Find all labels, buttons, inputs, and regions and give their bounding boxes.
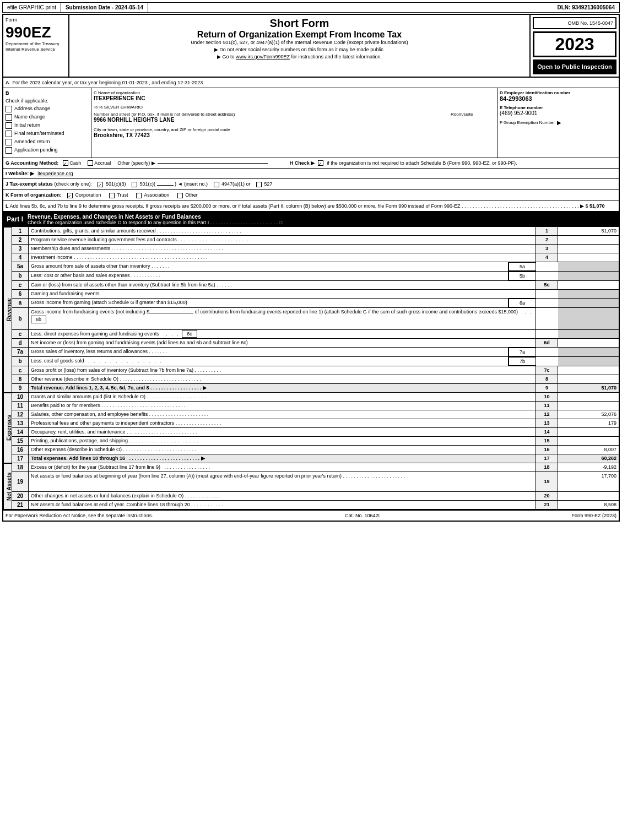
org-name-label: C Name of organization [94, 90, 495, 95]
line-18-desc: Excess or (deficit) for the year (Subtra… [29, 463, 536, 472]
trust-checkbox[interactable] [109, 193, 115, 198]
4947-checkbox[interactable] [214, 182, 219, 187]
line-5a-value [558, 262, 619, 271]
line-6-ref [536, 290, 558, 298]
line-10-num: 10 [12, 393, 29, 401]
line-12-row: 12 Salaries, other compensation, and emp… [12, 410, 619, 419]
line-18-value: -9,192 [558, 463, 619, 472]
revenue-content: 1 Contributions, gifts, grants, and simi… [12, 227, 619, 393]
line-l-text: Add lines 5b, 6c, and 7b to line 9 to de… [10, 203, 461, 209]
form-header: Form 990EZ Department of the Treasury In… [3, 15, 619, 78]
h-label: H Check ▶ [290, 160, 315, 166]
line-7a-ref [536, 348, 558, 356]
association-checkbox[interactable] [136, 193, 142, 198]
website-url[interactable]: itexperience.org [37, 171, 73, 176]
form-number-section: Form 990EZ Department of the Treasury In… [3, 15, 69, 77]
accrual-label: Accrual [94, 160, 111, 166]
other-label: Other (specify) ▶ [117, 160, 155, 166]
initial-return-checkbox[interactable] [6, 122, 12, 129]
line-6d-desc: Net income or (loss) from gaming and fun… [29, 339, 536, 347]
corporation-checkbox[interactable] [67, 193, 73, 198]
line-3-row: 3 Membership dues and assessments . . . … [12, 245, 619, 253]
form-ref: Form 990-EZ (2023) [571, 513, 616, 518]
line-6d-value [558, 339, 619, 347]
section-a: A For the 2023 calendar year, or tax yea… [3, 78, 619, 88]
accrual-checkbox[interactable] [88, 160, 93, 166]
section-a-label: A [6, 80, 9, 85]
form-k-row: K Form of organization: Corporation Trus… [3, 190, 619, 201]
line-6-desc: Gaming and fundraising events [29, 290, 536, 298]
line-5b-refbox: 5b [509, 272, 536, 280]
line-5b-row: b Less: cost or other basis and sales ex… [12, 272, 619, 281]
line-5c-value [558, 281, 619, 289]
check-label-text: Check if applicable: [6, 98, 89, 104]
line-14-ref: 14 [536, 428, 558, 436]
line-19-num: 19 [12, 472, 29, 491]
line-19-row: 19 Net assets or fund balances at beginn… [12, 472, 619, 492]
phone-value: (469) 952-9001 [500, 110, 616, 116]
city-col: City or town, state or province, country… [94, 127, 495, 138]
line-20-desc: Other changes in net assets or fund bala… [29, 492, 536, 500]
application-pending-checkbox[interactable] [6, 147, 12, 154]
527-checkbox[interactable] [256, 182, 262, 187]
final-return-label: Final return/terminated [14, 131, 64, 136]
final-return-checkbox[interactable] [6, 131, 12, 137]
line-1-ref: 1 [536, 227, 558, 235]
line-12-num: 12 [12, 410, 29, 419]
website-row: I Website: ▶ itexperience.org [3, 169, 619, 179]
line-13-num: 13 [12, 419, 29, 427]
city-value: Brookshire, TX 77423 [94, 132, 495, 138]
care-of-label: % % SILVER EHIWARIO [94, 105, 495, 110]
line-19-value: 17,700 [558, 472, 619, 491]
amended-return-checkbox[interactable] [6, 139, 12, 145]
year-box: 2023 [533, 31, 616, 57]
revenue-side-label: Revenue [3, 227, 12, 393]
line-11-desc: Benefits paid to or for members . . . . … [29, 402, 536, 410]
line-16-num: 16 [12, 446, 29, 454]
line-6a-row: a Gross income from gaming (attach Sched… [12, 299, 619, 308]
line-17-desc: Total expenses. Add lines 10 through 16 … [29, 454, 536, 463]
line-7b-refbox: 7b [509, 357, 536, 366]
line-3-desc: Membership dues and assessments . . . . … [29, 245, 536, 253]
h-text: if the organization is not required to a… [327, 160, 517, 166]
org-name-value: ITEXPERIENCE INC [94, 95, 495, 101]
line-3-ref: 3 [536, 245, 558, 253]
line-17-value: 60,262 [558, 454, 619, 463]
line-21-desc: Net assets or fund balances at end of ye… [29, 501, 536, 509]
501c3-checkbox[interactable] [98, 182, 103, 187]
line-19-ref: 19 [536, 472, 558, 491]
line-7c-desc: Gross profit or (loss) from sales of inv… [29, 366, 536, 375]
h-checkbox[interactable] [318, 160, 323, 166]
line-6c-num: c [12, 330, 29, 338]
501c-checkbox[interactable] [132, 182, 137, 187]
4947-label: 4947(a)(1) or [221, 181, 251, 187]
name-change-checkbox[interactable] [6, 114, 12, 121]
main-title: Return of Organization Exempt From Incom… [72, 30, 527, 40]
line-13-value: 179 [558, 419, 619, 427]
footer: For Paperwork Reduction Act Notice, see … [3, 510, 619, 521]
submission-date: Submission Date - 2024-05-14 [61, 3, 148, 12]
line-7c-num: c [12, 366, 29, 375]
line-6-num: 6 [12, 290, 29, 298]
check-item-amended: Amended return [6, 139, 89, 145]
address-value: 9966 NORHILL HEIGHTS LANE [94, 117, 446, 123]
line-10-desc: Grants and similar amounts paid (list in… [29, 393, 536, 401]
line-4-ref: 4 [536, 253, 558, 262]
address-change-checkbox[interactable] [6, 106, 12, 112]
open-to-public-box: Open to Public Inspection [533, 59, 616, 74]
cat-no: Cat. No. 10642I [345, 513, 380, 518]
line-4-desc: Investment income . . . . . . . . . . . … [29, 253, 536, 262]
line-16-value: 8,007 [558, 446, 619, 454]
phone-label: E Telephone number [500, 105, 616, 110]
address-col: Number and street (or P.O. box, if mail … [94, 112, 446, 126]
line-2-ref: 2 [536, 236, 558, 244]
cash-checkbox[interactable] [63, 160, 68, 166]
revenue-section: Revenue 1 Contributions, gifts, grants, … [3, 227, 619, 393]
check-label-b: B [6, 90, 89, 96]
other-org-checkbox[interactable] [177, 193, 183, 198]
k-label: K Form of organization: [6, 192, 62, 198]
amended-return-label: Amended return [14, 139, 50, 144]
line-7c-row: c Gross profit or (loss) from sales of i… [12, 366, 619, 375]
line-7b-row: b Less: cost of goods sold . . . . . . .… [12, 357, 619, 366]
form-container: Form 990EZ Department of the Treasury In… [2, 14, 620, 522]
